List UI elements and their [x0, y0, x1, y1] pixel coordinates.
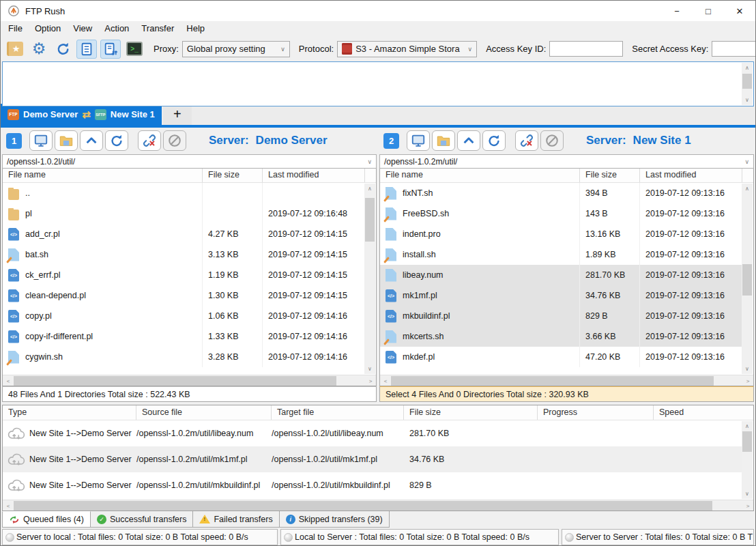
file-row[interactable]: libeay.num 281.70 KB 2019-07-12 09:13:16: [380, 265, 742, 285]
new-tab-button[interactable]: +: [163, 104, 192, 125]
reconnect-button[interactable]: [53, 40, 73, 59]
scroll-right-icon[interactable]: >: [742, 500, 753, 511]
scroll-up-icon[interactable]: ∧: [742, 421, 753, 431]
disconnect-button[interactable]: [515, 130, 538, 151]
file-row[interactable]: copy-if-different.pl 1.33 KB 2019-07-12 …: [3, 326, 365, 347]
disconnect-button[interactable]: [138, 130, 161, 151]
server-tab-active[interactable]: FTP Demo Server ⇄ SFTP New Site 1: [1, 104, 162, 125]
parent-directory-button[interactable]: [457, 130, 480, 151]
settings-button[interactable]: ⚙: [29, 40, 49, 59]
file-row[interactable]: mkbuildinf.pl 829 B 2019-07-12 09:13:16: [380, 306, 742, 326]
column-header-type[interactable]: Type: [3, 405, 136, 420]
column-header-target-file[interactable]: Target file: [272, 405, 404, 420]
column-header-file-size[interactable]: File size: [404, 405, 538, 420]
queue-horizontal-scrollbar[interactable]: < >: [3, 500, 753, 511]
tab-successful-transfers[interactable]: ✓ Successful transfers: [90, 511, 194, 528]
queue-row[interactable]: New Site 1-->Demo Server /openssl-1.0.2m…: [3, 472, 742, 498]
menu-transfer[interactable]: Transfer: [135, 21, 180, 36]
access-key-input[interactable]: [549, 41, 623, 57]
menu-option[interactable]: Option: [29, 21, 67, 36]
toggle-log-button[interactable]: [76, 40, 97, 59]
file-row[interactable]: mkcerts.sh 3.66 KB 2019-07-12 09:13:16: [380, 326, 742, 347]
column-header-file-size[interactable]: File size: [203, 169, 263, 182]
minimize-button[interactable]: −: [661, 1, 693, 21]
secret-key-input[interactable]: [712, 41, 756, 57]
menu-file[interactable]: File: [2, 21, 29, 36]
file-row[interactable]: cygwin.sh 3.28 KB 2019-07-12 09:14:16: [3, 347, 365, 367]
proxy-dropdown[interactable]: Global proxy setting ∨: [182, 41, 290, 57]
scrollbar-thumb[interactable]: [742, 264, 752, 296]
file-row[interactable]: ..: [3, 183, 365, 203]
menu-view[interactable]: View: [67, 21, 98, 36]
toggle-queue-button[interactable]: [100, 40, 121, 59]
chevron-down-icon[interactable]: ∨: [367, 158, 372, 165]
column-header-file-size[interactable]: File size: [580, 169, 640, 182]
scrollbar-thumb[interactable]: [14, 376, 336, 386]
scroll-right-icon[interactable]: >: [365, 375, 376, 386]
menu-help[interactable]: Help: [180, 21, 211, 36]
left-path-combobox[interactable]: /openssl-1.0.2l/util/ ∨: [2, 154, 377, 169]
right-path-combobox[interactable]: /openssl-1.0.2m/util/ ∨: [379, 154, 754, 169]
column-header-file-name[interactable]: File name: [3, 169, 203, 182]
file-row[interactable]: add_cr.pl 4.27 KB 2019-07-12 09:14:15: [3, 224, 365, 244]
left-vertical-scrollbar[interactable]: ∧ ∨: [364, 184, 375, 374]
file-row[interactable]: pl 2019-07-12 09:16:48: [3, 203, 365, 224]
scroll-up-icon[interactable]: ∧: [742, 63, 753, 73]
left-horizontal-scrollbar[interactable]: < >: [3, 375, 376, 386]
scroll-up-icon[interactable]: ∧: [742, 184, 753, 194]
scroll-right-icon[interactable]: >: [742, 375, 753, 386]
file-row[interactable]: fixNT.sh 394 B 2019-07-12 09:13:16: [380, 183, 742, 203]
protocol-dropdown[interactable]: S3 - Amazon Simple Stora ∨: [337, 41, 477, 57]
scroll-down-icon[interactable]: ∨: [364, 364, 375, 374]
close-button[interactable]: ✕: [724, 1, 755, 21]
file-row[interactable]: FreeBSD.sh 143 B 2019-07-12 09:13:16: [380, 203, 742, 224]
file-row[interactable]: install.sh 1.89 KB 2019-07-12 09:13:16: [380, 244, 742, 265]
refresh-directory-button[interactable]: [105, 130, 128, 151]
favorites-button[interactable]: ★: [5, 40, 25, 59]
file-row[interactable]: bat.sh 3.13 KB 2019-07-12 09:14:15: [3, 244, 365, 265]
maximize-button[interactable]: □: [693, 1, 724, 21]
scroll-left-icon[interactable]: <: [3, 375, 14, 386]
scrollbar-thumb[interactable]: [742, 74, 752, 89]
parent-directory-button[interactable]: [80, 130, 103, 151]
scrollbar-thumb[interactable]: [14, 501, 712, 511]
open-folder-button[interactable]: [432, 130, 455, 151]
tab-skipped-transfers[interactable]: i Skipped transfers (39): [279, 511, 390, 528]
scrollbar-thumb[interactable]: [742, 431, 752, 452]
scroll-down-icon[interactable]: ∨: [742, 95, 753, 105]
column-header-last-modified[interactable]: Last modified: [640, 169, 742, 182]
file-row[interactable]: mkdef.pl 47.20 KB 2019-07-12 09:13:16: [380, 347, 742, 367]
file-row[interactable]: indent.pro 13.16 KB 2019-07-12 09:13:16: [380, 224, 742, 244]
column-header-speed[interactable]: Speed: [654, 405, 753, 420]
chevron-down-icon[interactable]: ∨: [744, 158, 749, 165]
local-browser-button[interactable]: [29, 130, 53, 151]
terminal-button[interactable]: >_: [124, 40, 145, 59]
scrollbar-thumb[interactable]: [365, 198, 375, 242]
local-browser-button[interactable]: [407, 130, 430, 151]
file-row[interactable]: ck_errf.pl 1.19 KB 2019-07-12 09:14:15: [3, 265, 365, 285]
column-header-source-file[interactable]: Source file: [136, 405, 272, 420]
menu-action[interactable]: Action: [98, 21, 135, 36]
right-vertical-scrollbar[interactable]: ∧ ∨: [742, 184, 753, 374]
scrollbar-thumb[interactable]: [391, 376, 714, 386]
file-row[interactable]: copy.pl 1.06 KB 2019-07-12 09:14:16: [3, 306, 365, 326]
scroll-left-icon[interactable]: <: [380, 375, 391, 386]
column-header-progress[interactable]: Progress: [538, 405, 654, 420]
open-folder-button[interactable]: [55, 130, 78, 151]
right-horizontal-scrollbar[interactable]: < >: [380, 375, 753, 386]
scroll-up-icon[interactable]: ∧: [364, 184, 375, 194]
queue-row[interactable]: New Site 1-->Demo Server /openssl-1.0.2m…: [3, 446, 742, 472]
file-row[interactable]: clean-depend.pl 1.30 KB 2019-07-12 09:14…: [3, 285, 365, 306]
scroll-down-icon[interactable]: ∨: [742, 364, 753, 374]
tab-failed-transfers[interactable]: ! Failed transfers: [192, 511, 279, 528]
queue-row[interactable]: New Site 1-->Demo Server /openssl-1.0.2m…: [3, 420, 742, 446]
refresh-directory-button[interactable]: [482, 130, 506, 151]
queue-vertical-scrollbar[interactable]: ∧ ∨: [742, 421, 753, 499]
scroll-left-icon[interactable]: <: [3, 500, 14, 511]
column-header-file-name[interactable]: File name: [380, 169, 580, 182]
log-vertical-scrollbar[interactable]: ∧ ∨: [742, 63, 753, 105]
abort-button[interactable]: [540, 130, 564, 151]
abort-button[interactable]: [163, 130, 186, 151]
column-header-last-modified[interactable]: Last modified: [263, 169, 365, 182]
scroll-down-icon[interactable]: ∨: [742, 489, 753, 499]
